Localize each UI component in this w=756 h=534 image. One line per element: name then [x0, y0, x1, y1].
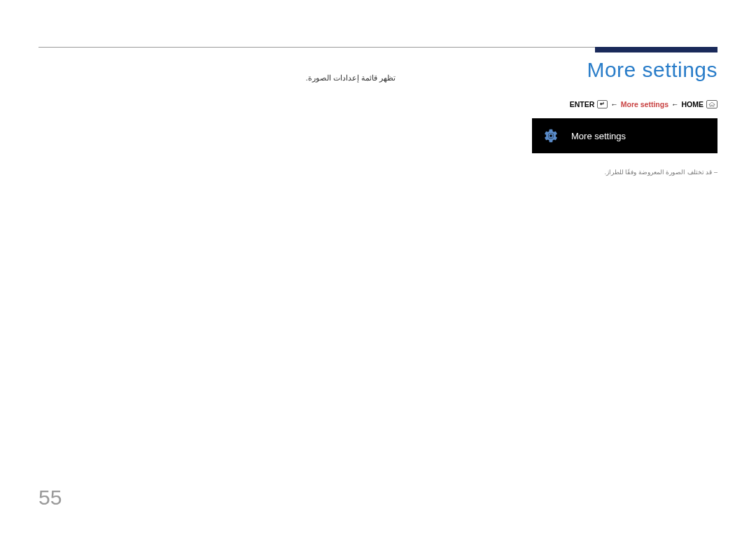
page-number: 55	[38, 486, 62, 510]
menu-item-label: More settings	[571, 131, 626, 141]
breadcrumb-path: ENTER ↵ ← More settings ← HOME	[532, 100, 718, 108]
breadcrumb-enter-label: ENTER	[570, 100, 595, 108]
home-icon	[706, 100, 718, 108]
divider-accent-bar	[595, 47, 718, 52]
divider-line	[38, 47, 595, 52]
page-title: More settings	[532, 58, 718, 82]
breadcrumb-highlight: More settings	[621, 100, 668, 108]
header-divider	[38, 47, 718, 52]
note-text: – قد تختلف الصورة المعروضة وفقًا للطراز.	[532, 169, 718, 176]
arrow-left-icon: ←	[671, 100, 679, 108]
gear-icon	[543, 128, 559, 143]
left-column: تظهر قائمة إعدادات الصورة.	[38, 58, 532, 176]
breadcrumb-home-label: HOME	[682, 100, 704, 108]
right-column: More settings ENTER ↵ ← More settings ← …	[532, 58, 718, 176]
description-text: تظهر قائمة إعدادات الصورة.	[38, 73, 532, 83]
arrow-left-icon: ←	[610, 100, 618, 108]
content-area: تظهر قائمة إعدادات الصورة. More settings…	[38, 58, 718, 176]
menu-item-more-settings[interactable]: More settings	[532, 118, 718, 153]
page-container: تظهر قائمة إعدادات الصورة. More settings…	[0, 0, 756, 534]
enter-icon: ↵	[597, 100, 608, 108]
